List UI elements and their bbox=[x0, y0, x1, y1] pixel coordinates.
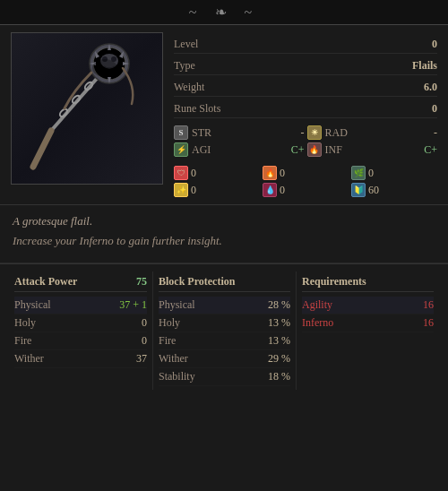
bottom-stats-section: Attack Power 75 Physical 37 + 1 Holy 0 F… bbox=[0, 263, 448, 397]
level-label: Level bbox=[174, 38, 198, 51]
dmg-shield: 🔰 60 bbox=[351, 183, 437, 197]
ap-wither-row: Wither 37 bbox=[14, 350, 147, 368]
phys-icon: 🛡 bbox=[174, 166, 188, 180]
bp-wither-value: 29 % bbox=[268, 352, 290, 366]
req-agility-row: Agility 16 bbox=[302, 297, 434, 314]
req-agility-label: Agility bbox=[302, 298, 332, 312]
wither-icon: 🌿 bbox=[351, 166, 366, 180]
dmg-shield-val: 60 bbox=[368, 184, 379, 197]
description-line2: Increase your Inferno to gain further in… bbox=[13, 234, 435, 248]
bp-holy-value: 13 % bbox=[268, 316, 290, 330]
dmg-phys-val: 0 bbox=[191, 167, 196, 180]
block-protection-column: Block Protection Physical 28 % Holy 13 %… bbox=[152, 271, 296, 390]
dmg-holy: ✨ 0 bbox=[174, 183, 260, 197]
bp-holy-row: Holy 13 % bbox=[159, 314, 290, 332]
dmg-holy-val: 0 bbox=[191, 184, 196, 197]
inf-icon: 🔥 bbox=[307, 142, 322, 157]
dmg-fire: 🔥 0 bbox=[263, 166, 349, 180]
attributes-grid: S STR - ☀ RAD - ⚡ AGI C+ 🔥 INF C+ bbox=[174, 125, 437, 157]
req-agility-value: 16 bbox=[423, 298, 434, 312]
dmg-bleed: 💧 0 bbox=[263, 183, 349, 197]
ap-physical-row: Physical 37 + 1 bbox=[14, 297, 147, 314]
weapon-icon bbox=[24, 41, 150, 176]
req-inferno-value: 16 bbox=[423, 316, 434, 330]
svg-point-17 bbox=[92, 59, 117, 77]
dmg-wither: 🌿 0 bbox=[351, 166, 437, 180]
bp-fire-row: Fire 13 % bbox=[159, 332, 290, 350]
dmg-bleed-val: 0 bbox=[280, 184, 285, 197]
holy-icon: ✨ bbox=[174, 183, 188, 197]
requirements-column: Requirements Agility 16 Inferno 16 bbox=[296, 271, 439, 390]
stats-panel: Level 0 Type Flails Weight 6.0 Rune Slot… bbox=[174, 32, 437, 197]
inf-value: C+ bbox=[424, 143, 437, 157]
shield-icon: 🔰 bbox=[351, 183, 366, 197]
ap-holy-label: Holy bbox=[14, 316, 36, 330]
rune-slots-value: 0 bbox=[432, 102, 437, 116]
bp-stability-value: 18 % bbox=[268, 370, 290, 383]
type-value: Flails bbox=[412, 59, 437, 73]
weight-row: Weight 6.0 bbox=[174, 79, 437, 97]
rad-icon: ☀ bbox=[307, 125, 322, 140]
bp-physical-row: Physical 28 % bbox=[159, 297, 290, 314]
requirements-header: Requirements bbox=[302, 275, 434, 292]
weight-value: 6.0 bbox=[424, 81, 437, 94]
main-content: Level 0 Type Flails Weight 6.0 Rune Slot… bbox=[0, 25, 448, 205]
dmg-fire-val: 0 bbox=[280, 167, 285, 180]
bp-wither-row: Wither 29 % bbox=[159, 350, 290, 368]
bleed-icon: 💧 bbox=[263, 183, 277, 197]
type-row: Type Flails bbox=[174, 57, 437, 75]
ap-fire-row: Fire 0 bbox=[14, 332, 147, 350]
ap-holy-row: Holy 0 bbox=[14, 314, 147, 332]
weight-label: Weight bbox=[174, 81, 204, 94]
block-protection-header: Block Protection bbox=[159, 275, 290, 292]
str-value: - bbox=[301, 126, 305, 140]
attr-agi: ⚡ AGI C+ bbox=[174, 142, 305, 157]
ap-holy-value: 0 bbox=[142, 316, 147, 330]
bp-physical-value: 28 % bbox=[268, 298, 290, 312]
rad-value: - bbox=[434, 126, 437, 140]
fire-icon: 🔥 bbox=[263, 166, 277, 180]
top-border: ~ ❧ ~ bbox=[0, 0, 448, 25]
description-section: A grotesque flail. Increase your Inferno… bbox=[0, 205, 448, 263]
attr-str: S STR - bbox=[174, 125, 305, 140]
level-row: Level 0 bbox=[174, 36, 437, 54]
str-icon: S bbox=[174, 125, 188, 140]
str-label: STR bbox=[192, 126, 211, 140]
top-ornament: ~ ❧ ~ bbox=[189, 4, 259, 21]
attack-power-header: Attack Power 75 bbox=[14, 275, 147, 292]
item-image-container bbox=[11, 32, 163, 185]
rune-slots-label: Rune Slots bbox=[174, 102, 220, 116]
item-image bbox=[20, 41, 154, 176]
ap-fire-value: 0 bbox=[142, 334, 147, 348]
type-label: Type bbox=[174, 59, 195, 73]
ap-physical-value: 37 + 1 bbox=[119, 298, 147, 312]
agi-label: AGI bbox=[192, 143, 211, 157]
dmg-phys: 🛡 0 bbox=[174, 166, 260, 180]
attr-inf: 🔥 INF C+ bbox=[307, 142, 438, 157]
rad-label: RAD bbox=[325, 126, 348, 140]
agi-icon: ⚡ bbox=[174, 142, 188, 157]
bp-holy-label: Holy bbox=[159, 316, 180, 330]
req-inferno-row: Inferno 16 bbox=[302, 314, 434, 332]
bp-physical-label: Physical bbox=[159, 298, 195, 312]
ap-fire-label: Fire bbox=[14, 334, 31, 348]
bp-fire-label: Fire bbox=[159, 334, 176, 348]
inf-label: INF bbox=[325, 143, 342, 157]
damage-icons: 🛡 0 🔥 0 🌿 0 ✨ 0 💧 0 🔰 60 bbox=[174, 166, 437, 197]
ap-wither-label: Wither bbox=[14, 352, 44, 366]
attack-power-column: Attack Power 75 Physical 37 + 1 Holy 0 F… bbox=[9, 271, 152, 390]
ap-physical-label: Physical bbox=[14, 298, 51, 312]
rune-slots-row: Rune Slots 0 bbox=[174, 100, 437, 118]
description-line1: A grotesque flail. bbox=[13, 214, 435, 228]
req-inferno-label: Inferno bbox=[302, 316, 333, 330]
svg-line-5 bbox=[33, 131, 51, 167]
ap-wither-value: 37 bbox=[136, 352, 147, 366]
bp-stability-row: Stability 18 % bbox=[159, 368, 290, 386]
bp-wither-label: Wither bbox=[159, 352, 188, 366]
level-value: 0 bbox=[432, 38, 437, 51]
agi-value: C+ bbox=[291, 143, 305, 157]
bp-stability-label: Stability bbox=[159, 370, 195, 383]
bp-fire-value: 13 % bbox=[268, 334, 290, 348]
attr-rad: ☀ RAD - bbox=[307, 125, 438, 140]
dmg-wither-val: 0 bbox=[368, 167, 374, 180]
